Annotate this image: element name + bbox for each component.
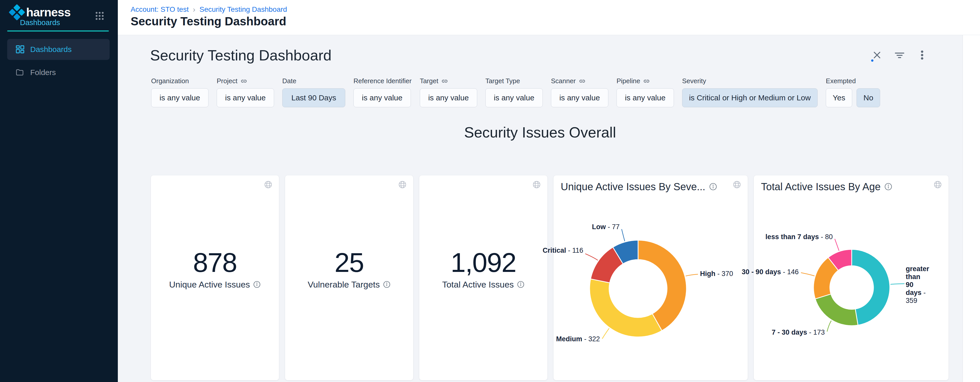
filter-value-chip[interactable]: is any value <box>217 88 274 107</box>
filter-scanner: Scanner is any value <box>551 77 608 107</box>
metric-value: 878 <box>193 249 237 276</box>
filter-target: Target is any value <box>420 77 477 107</box>
filter-reference-identifier: Reference Identifier is any value <box>353 77 412 107</box>
filter-value-chip[interactable]: is any value <box>353 88 411 107</box>
breadcrumb: Account: STO test › Security Testing Das… <box>130 5 287 14</box>
label-connector <box>801 273 815 276</box>
metric-label: Total Active Issues <box>442 280 514 290</box>
filter-value-chip[interactable]: is any value <box>551 88 608 107</box>
chevron-right-icon: › <box>193 5 196 14</box>
dashboard-actions <box>872 49 928 61</box>
sidebar: harness Dashboards Dashboards <box>0 0 118 382</box>
filter-exempted: Exempted Yes No <box>826 77 880 107</box>
link-icon <box>579 78 585 84</box>
metric-value: 25 <box>334 249 364 276</box>
kebab-menu-icon[interactable] <box>916 49 928 61</box>
filter-label: Date <box>282 77 296 85</box>
donut-slice-medium[interactable] <box>590 279 662 337</box>
dashboards-icon <box>15 45 25 54</box>
harness-logo-icon[interactable] <box>9 4 25 21</box>
sidebar-item-label: Folders <box>30 68 56 77</box>
filter-organization: Organization is any value <box>151 77 208 107</box>
filter-target-type: Target Type is any value <box>485 77 543 107</box>
tile-vulnerable-targets: 25 Vulnerable Targets <box>285 175 413 380</box>
globe-icon[interactable] <box>263 179 273 190</box>
filter-label: Exempted <box>826 77 856 85</box>
breadcrumb-page-link[interactable]: Security Testing Dashboard <box>199 5 287 14</box>
label-connector <box>622 229 625 241</box>
info-icon[interactable] <box>253 281 261 288</box>
filter-label: Pipeline <box>617 77 640 85</box>
label-connector <box>835 239 839 250</box>
filter-value-chip[interactable]: is any value <box>617 88 674 107</box>
tile-total-active-issues-by-age: greater than 90 days - 3597 - 30 days - … <box>754 175 948 380</box>
filter-value-chip[interactable]: is any value <box>485 88 543 107</box>
link-icon <box>643 78 650 84</box>
filter-value-chip[interactable]: Last 90 Days <box>282 88 345 107</box>
donut-chart-age <box>754 175 948 380</box>
filter-label: Scanner <box>551 77 576 85</box>
filter-value-chip[interactable]: is any value <box>420 88 477 107</box>
filter-label: Target <box>420 77 438 85</box>
metric-value: 1,092 <box>450 249 516 276</box>
globe-icon[interactable] <box>932 179 943 190</box>
cursor-dot <box>871 59 873 62</box>
dashboard-main: Security Testing Dashboard Or <box>118 35 980 382</box>
exempted-no-button[interactable]: No <box>856 88 880 107</box>
tile-unique-active-issues: 878 Unique Active Issues <box>151 175 279 380</box>
breadcrumb-account-link[interactable]: Account: STO test <box>130 5 189 14</box>
info-icon[interactable] <box>709 182 717 191</box>
chart-title: Unique Active Issues By Seve... <box>561 181 705 193</box>
donut-chart-severity <box>554 175 748 380</box>
donut-slice-greater-than-90-days[interactable] <box>852 249 890 325</box>
apps-grid-icon[interactable] <box>94 11 105 21</box>
filter-project: Project is any value <box>217 77 274 107</box>
label-connector <box>890 284 904 284</box>
filter-bar: Organization is any value Project is any… <box>151 77 980 107</box>
close-icon[interactable] <box>872 49 883 61</box>
filter-value-chip[interactable]: is Critical or High or Medium or Low <box>682 88 818 107</box>
chart-title: Total Active Issues By Age <box>761 181 881 193</box>
globe-icon[interactable] <box>732 179 742 190</box>
label-connector <box>686 274 698 276</box>
filter-icon[interactable] <box>894 49 905 61</box>
link-icon <box>240 78 247 84</box>
tiles-row: 878 Unique Active Issues 25 V <box>151 175 980 380</box>
filter-label: Reference Identifier <box>353 77 412 85</box>
metric-label: Unique Active Issues <box>169 280 250 290</box>
filter-label: Target Type <box>485 77 520 85</box>
label-connector <box>827 320 831 331</box>
tile-total-active-issues: 1,092 Total Active Issues <box>419 175 547 380</box>
filter-label: Organization <box>151 77 189 85</box>
filter-pipeline: Pipeline is any value <box>617 77 674 107</box>
sidebar-divider <box>7 30 109 32</box>
filter-severity: Severity is Critical or High or Medium o… <box>682 77 818 107</box>
exempted-yes-button[interactable]: Yes <box>826 88 852 107</box>
sidebar-item-dashboards[interactable]: Dashboards <box>7 39 110 60</box>
tile-unique-active-issues-by-severity: High - 370Medium - 322Critical - 116Low … <box>554 175 748 380</box>
scrollbar-track[interactable] <box>963 35 980 382</box>
filter-value-chip[interactable]: is any value <box>151 88 208 107</box>
filter-date: Date Last 90 Days <box>282 77 345 107</box>
donut-slice-7---30-days[interactable] <box>815 294 858 326</box>
folder-icon <box>15 68 25 77</box>
link-icon <box>441 78 448 84</box>
filter-label: Project <box>217 77 237 85</box>
brand-name[interactable]: harness <box>26 4 70 21</box>
globe-icon[interactable] <box>397 179 407 190</box>
sidebar-item-label: Dashboards <box>30 45 72 54</box>
page-title: Security Testing Dashboard <box>130 14 286 28</box>
label-connector <box>585 254 598 260</box>
info-icon[interactable] <box>884 182 892 191</box>
globe-icon[interactable] <box>531 179 542 190</box>
filter-label: Severity <box>682 77 706 85</box>
info-icon[interactable] <box>517 281 525 288</box>
dashboard-title: Security Testing Dashboard <box>150 48 980 63</box>
page-header: Account: STO test › Security Testing Das… <box>118 0 980 35</box>
label-connector <box>602 328 609 339</box>
module-label: Dashboards <box>20 18 60 27</box>
sidebar-nav: Dashboards Folders <box>0 39 118 81</box>
sidebar-item-folders[interactable]: Folders <box>7 65 110 81</box>
section-title: Security Issues Overall <box>118 125 963 140</box>
info-icon[interactable] <box>383 281 391 288</box>
